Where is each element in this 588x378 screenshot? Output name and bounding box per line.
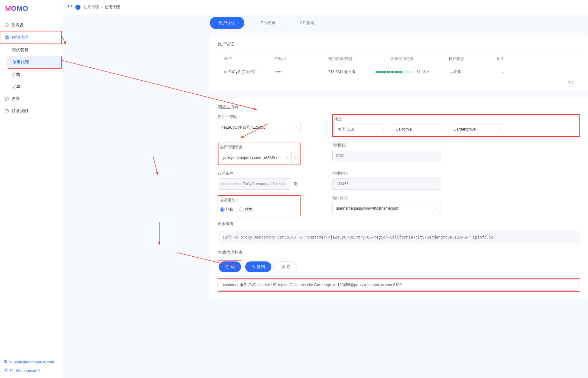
nav-use-proxy[interactable]: 使用代理 — [8, 56, 62, 69]
label-node: 选择代理节点 — [220, 145, 299, 150]
svg-rect-4 — [7, 38, 9, 39]
chevron-down-icon: ▾ — [441, 128, 443, 131]
svg-point-18 — [70, 6, 70, 7]
nav-my-plan[interactable]: 我的套餐 — [8, 44, 62, 56]
nav-proxy-parent[interactable]: 住宅代理 ︿ — [0, 31, 62, 44]
nav-proxy-label: 住宅代理 — [12, 35, 28, 40]
label-location: 地点? — [334, 116, 578, 122]
input-proxy-user: customer-rjeZaCyG-country-US-regio — [218, 178, 291, 190]
chevron-down-icon: ▾ — [287, 156, 288, 159]
cell-progress: 71.36% — [370, 70, 434, 74]
svg-point-5 — [6, 98, 7, 99]
radio-sticky[interactable]: 粘性 — [239, 207, 252, 212]
nav-use-proxy-label: 使用代理 — [12, 59, 29, 65]
send-icon — [4, 368, 8, 373]
label-session: 会话类型? — [220, 198, 298, 203]
pager-label: 第 1 — [218, 78, 580, 85]
logo: MOMO — [0, 0, 62, 17]
gear-icon — [4, 97, 9, 101]
col-usage: 使用流量/限制ⓘ — [313, 56, 370, 62]
breadcrumb-current: 使用代理 — [105, 5, 120, 9]
nav-orders[interactable]: 订单 — [8, 81, 62, 93]
chevron-down-icon: ▾ — [295, 126, 297, 129]
label-port: 代理端口 — [332, 143, 580, 148]
grid-icon — [5, 35, 9, 40]
input-proxy-pw: 123456 — [332, 178, 440, 190]
select-node[interactable]: proxy.momoproxy.com (EU-US)▾ — [220, 152, 292, 163]
chevron-down-icon: ▾ — [383, 128, 385, 131]
chevron-up-icon: ︿ — [54, 35, 57, 40]
svg-point-21 — [70, 8, 70, 8]
mail-icon — [4, 360, 8, 364]
col-remark: 备注 — [479, 56, 504, 62]
copy-icon — [252, 265, 255, 269]
label-proxy-pw: 代理密码 — [332, 171, 580, 176]
select-format[interactable]: username:password@hostname:port▾ — [332, 203, 440, 214]
cell-remark: - — [479, 70, 504, 74]
cell-status: ●正常 — [434, 69, 479, 75]
label-proxy-user: 代理账户 — [218, 171, 301, 176]
cell-password: ••••• — [275, 70, 313, 74]
label-cmd: 命令示例 — [218, 221, 580, 227]
cell-usage: 713.6M / 无上限 — [313, 69, 370, 75]
cell-account: rjeZaCyG (主账号) — [224, 69, 275, 75]
col-status: 帐户状态 — [434, 56, 479, 62]
tab-api-extract[interactable]: API提取 — [291, 17, 324, 29]
svg-point-22 — [71, 8, 72, 8]
nav-settings-label: 设置 — [11, 96, 20, 102]
account-table: 帐户 密码👁 使用流量/限制ⓘ 流量使用进度 帐户状态 备注 rjeZaCyG … — [218, 52, 580, 78]
reset-button[interactable]: 重 置 — [274, 261, 297, 272]
col-account: 帐户 — [224, 56, 275, 62]
copy-icon[interactable] — [294, 155, 299, 160]
generate-button[interactable]: 生 成 — [219, 261, 241, 272]
select-state[interactable]: California▾ — [392, 124, 446, 135]
col-password: 密码👁 — [275, 56, 313, 62]
input-port: 8100 — [332, 150, 440, 161]
account-auth-title: 账户认证 — [218, 41, 580, 47]
svg-rect-1 — [5, 36, 7, 37]
select-user[interactable]: rjeZaCyG(主账号):123456 ▾ — [218, 122, 301, 133]
label-user: 用户：密码? — [218, 114, 301, 120]
copy-icon[interactable] — [294, 182, 298, 186]
nav-price-label: 价格 — [12, 72, 20, 78]
tab-account-auth[interactable]: 账户认证 — [210, 17, 244, 29]
nav-my-plan-label: 我的套餐 — [12, 47, 29, 53]
chevron-down-icon: ▾ — [499, 128, 501, 131]
collapse-sidebar-button[interactable]: ‹ — [75, 5, 80, 10]
nav-dashboard[interactable]: 仪表盘 — [0, 19, 62, 31]
chevron-down-icon: ▾ — [435, 207, 437, 210]
help-icon[interactable]: ? — [238, 116, 240, 119]
svg-point-16 — [71, 5, 72, 6]
apps-icon[interactable] — [68, 4, 72, 10]
select-city[interactable]: Gardengrove▾ — [450, 124, 504, 135]
copy-button[interactable]: 复制 — [245, 261, 271, 272]
telegram-label: T1: Momoproxy17 — [10, 368, 40, 373]
nav-price[interactable]: 价格 — [8, 69, 62, 81]
nav-contact[interactable]: 联系我们 — [0, 105, 62, 117]
message-icon — [4, 109, 9, 113]
help-icon[interactable]: ? — [343, 118, 345, 121]
support-email: support@momoproxy.com — [10, 360, 54, 364]
radio-rotate[interactable]: 轮换 — [220, 207, 233, 212]
svg-point-15 — [70, 5, 70, 6]
help-icon[interactable]: ? — [237, 199, 238, 202]
nav-settings[interactable]: 设置 — [0, 93, 62, 105]
svg-rect-2 — [7, 36, 9, 37]
label-format: 输出格式 — [332, 195, 580, 201]
breadcrumb-parent[interactable]: 住宅代理 — [84, 5, 99, 9]
info-icon[interactable]: ⓘ — [353, 57, 356, 61]
cmd-example: curl -x proxy.momoproxy.com:8100 -U "cus… — [218, 231, 580, 243]
svg-point-20 — [68, 8, 69, 8]
nav-contact-label: 联系我们 — [11, 108, 28, 114]
nav-dashboard-label: 仪表盘 — [11, 22, 24, 28]
col-progress: 流量使用进度 — [370, 56, 434, 62]
select-country[interactable]: 美国 (US)▾ — [334, 124, 388, 135]
result-output: customer-rjeZaCyG-country-US-region-Cali… — [219, 279, 579, 291]
nav-orders-label: 订单 — [12, 84, 20, 90]
svg-point-19 — [71, 6, 72, 7]
telegram-link[interactable]: T1: Momoproxy17 — [4, 366, 58, 375]
tab-ip-whitelist[interactable]: IP白名单 — [251, 17, 285, 29]
eye-off-icon[interactable]: 👁 — [284, 57, 287, 61]
proxy-list-title: 生成代理列表 — [218, 250, 580, 255]
support-email-link[interactable]: support@momoproxy.com — [4, 358, 58, 366]
